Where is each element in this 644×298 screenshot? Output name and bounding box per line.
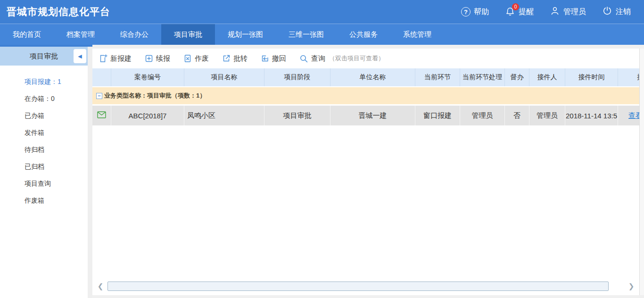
search-label: 查询 bbox=[311, 54, 325, 63]
search-hint: （双击项目可查看） bbox=[329, 54, 384, 63]
sidebar-item-to-archive[interactable]: 待归档 bbox=[0, 141, 88, 158]
col-header-icon bbox=[92, 68, 111, 86]
table-row[interactable]: ABC[2018]7 凤鸣小区 项目审批 晋城一建 窗口报建 管理员 否 管理员… bbox=[92, 106, 639, 125]
collapse-left-icon: ◀ bbox=[78, 53, 82, 59]
cell-case-no: ABC[2018]7 bbox=[111, 106, 184, 125]
cell-unit: 晋城一建 bbox=[330, 106, 415, 125]
horizontal-scrollbar: ❮ ❯ bbox=[96, 281, 636, 291]
user-icon bbox=[550, 6, 560, 18]
cell-receiver: 管理员 bbox=[529, 106, 565, 125]
cell-stage: 项目审批 bbox=[264, 106, 330, 125]
document-x-icon bbox=[183, 54, 192, 63]
reminder-label: 提醒 bbox=[519, 7, 534, 17]
void-button[interactable]: 作废 bbox=[183, 54, 209, 63]
sidebar-item-list: 项目报建：1 在办箱：0 已办箱 发件箱 待归档 已归档 项目查询 作废箱 bbox=[0, 66, 88, 209]
sidebar-item-done[interactable]: 已办箱 bbox=[0, 107, 88, 124]
toolbar: 新报建 续报 作废 bbox=[92, 49, 639, 68]
sidebar-region: 项目审批 ◀ 项目报建：1 在办箱：0 已办箱 发件箱 待归档 已归档 项目查询… bbox=[0, 45, 92, 298]
plus-square-icon bbox=[145, 54, 153, 63]
col-header-action: 操作 bbox=[618, 68, 639, 86]
void-label: 作废 bbox=[195, 54, 209, 63]
tab-3d-map[interactable]: 三维一张图 bbox=[276, 24, 337, 45]
cell-step-handler: 管理员 bbox=[460, 106, 505, 125]
app-title: 晋城市规划信息化平台 bbox=[7, 5, 110, 18]
renew-label: 续报 bbox=[156, 54, 170, 63]
help-icon: ? bbox=[461, 7, 471, 17]
new-filing-button[interactable]: 新报建 bbox=[99, 54, 132, 63]
vertical-scrollbar-area[interactable] bbox=[639, 49, 644, 295]
tab-project-approval[interactable]: 项目审批 bbox=[161, 24, 215, 45]
grid-header-row: 案卷编号 项目名称 项目阶段 单位名称 当前环节 当前环节处理 督办 接件人 接… bbox=[92, 68, 639, 86]
return-arrow-icon bbox=[261, 54, 269, 63]
renew-button[interactable]: 续报 bbox=[145, 54, 170, 63]
tab-system-admin[interactable]: 系统管理 bbox=[390, 24, 444, 45]
col-header-receive-time: 接件时间 bbox=[565, 68, 618, 86]
scroll-right-arrow[interactable]: ❯ bbox=[627, 282, 636, 290]
new-filing-label: 新报建 bbox=[110, 54, 132, 63]
cell-action: 查看 bbox=[618, 106, 639, 125]
main-panel: 新报建 续报 作废 bbox=[92, 49, 639, 295]
share-arrow-icon bbox=[222, 54, 231, 63]
sidebar-header: 项目审批 ◀ bbox=[0, 47, 88, 66]
sidebar-collapse-button[interactable]: ◀ bbox=[74, 49, 86, 63]
col-header-current-step: 当前环节 bbox=[415, 68, 460, 86]
top-header-bar: 晋城市规划信息化平台 ? 帮助 0 提醒 管理员 bbox=[0, 0, 644, 24]
tab-public-service[interactable]: 公共服务 bbox=[337, 24, 390, 45]
cell-receive-time: 2018-11-14 13:5 bbox=[565, 106, 618, 125]
transfer-label: 批转 bbox=[233, 54, 248, 63]
tab-archives[interactable]: 档案管理 bbox=[54, 24, 107, 45]
group-row-label: 业务类型名称：项目审批（项数：1） bbox=[104, 91, 206, 100]
sidebar: 项目审批 ◀ 项目报建：1 在办箱：0 已办箱 发件箱 待归档 已归档 项目查询… bbox=[0, 47, 88, 298]
reminder-button[interactable]: 0 提醒 bbox=[505, 7, 534, 17]
col-header-receiver: 接件人 bbox=[529, 68, 565, 86]
withdraw-button[interactable]: 撤回 bbox=[261, 54, 286, 63]
content-layout: 项目审批 ◀ 项目报建：1 在办箱：0 已办箱 发件箱 待归档 已归档 项目查询… bbox=[0, 45, 644, 298]
col-header-step-handler: 当前环节处理 bbox=[460, 68, 505, 86]
cell-current-step: 窗口报建 bbox=[415, 106, 460, 125]
envelope-icon bbox=[97, 111, 106, 120]
withdraw-label: 撤回 bbox=[272, 54, 286, 63]
tab-home[interactable]: 我的首页 bbox=[0, 24, 54, 45]
row-status-cell bbox=[92, 106, 111, 125]
cell-supervise: 否 bbox=[505, 106, 529, 125]
power-icon bbox=[602, 6, 612, 18]
tab-office[interactable]: 综合办公 bbox=[107, 24, 161, 45]
new-document-icon bbox=[99, 54, 107, 63]
col-header-unit: 单位名称 bbox=[330, 68, 415, 86]
sidebar-item-project-search[interactable]: 项目查询 bbox=[0, 175, 88, 192]
col-header-case-no: 案卷编号 bbox=[111, 68, 184, 86]
col-header-stage: 项目阶段 bbox=[264, 68, 330, 86]
user-label: 管理员 bbox=[563, 7, 586, 17]
bell-icon: 0 bbox=[505, 7, 515, 17]
sidebar-item-outbox[interactable]: 发件箱 bbox=[0, 124, 88, 141]
sidebar-gutter bbox=[88, 47, 92, 298]
col-header-project-name: 项目名称 bbox=[184, 68, 264, 86]
scrollbar-thumb[interactable] bbox=[107, 281, 609, 291]
main-nav: 我的首页 档案管理 综合办公 项目审批 规划一张图 三维一张图 公共服务 系统管… bbox=[0, 24, 644, 45]
cell-project-name: 凤鸣小区 bbox=[184, 106, 264, 125]
sidebar-item-voided[interactable]: 作废箱 bbox=[0, 192, 88, 209]
results-grid: 案卷编号 项目名称 项目阶段 单位名称 当前环节 当前环节处理 督办 接件人 接… bbox=[92, 68, 639, 125]
transfer-button[interactable]: 批转 bbox=[222, 54, 248, 63]
logout-label: 注销 bbox=[616, 7, 631, 17]
scrollbar-track[interactable] bbox=[107, 281, 624, 291]
group-row: − 业务类型名称：项目审批（项数：1） bbox=[92, 87, 639, 104]
topbar-actions: ? 帮助 0 提醒 管理员 bbox=[461, 6, 637, 18]
collapse-group-icon[interactable]: − bbox=[96, 93, 102, 99]
scroll-left-arrow[interactable]: ❮ bbox=[96, 282, 105, 290]
reminder-badge: 0 bbox=[512, 3, 519, 10]
search-icon bbox=[299, 54, 308, 63]
logout-button[interactable]: 注销 bbox=[602, 6, 631, 18]
help-button[interactable]: ? 帮助 bbox=[461, 7, 489, 17]
search-button[interactable]: 查询 bbox=[299, 54, 325, 63]
user-menu[interactable]: 管理员 bbox=[550, 6, 586, 18]
col-header-supervise: 督办 bbox=[505, 68, 529, 86]
view-link[interactable]: 查看 bbox=[628, 111, 639, 120]
sidebar-item-project-filing[interactable]: 项目报建：1 bbox=[0, 73, 88, 90]
sidebar-title: 项目审批 bbox=[30, 52, 58, 61]
help-label: 帮助 bbox=[474, 7, 489, 17]
tab-planning-map[interactable]: 规划一张图 bbox=[215, 24, 276, 45]
sidebar-item-inbox[interactable]: 在办箱：0 bbox=[0, 90, 88, 107]
sidebar-item-archived[interactable]: 已归档 bbox=[0, 158, 88, 175]
